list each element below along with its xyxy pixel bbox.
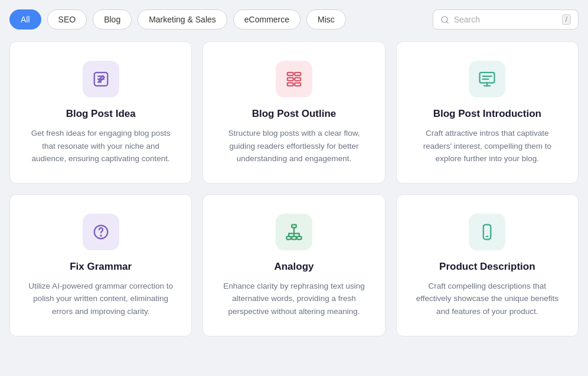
- card-blog-post-outline[interactable]: Blog Post Outline Structure blog posts w…: [202, 41, 385, 184]
- card-desc-blog-post-outline: Structure blog posts with a clear flow, …: [220, 127, 368, 165]
- svg-line-1: [446, 21, 448, 23]
- card-icon-analogy: [276, 214, 312, 250]
- filter-btn-blog[interactable]: Blog: [93, 9, 132, 30]
- card-icon-product-description: [469, 214, 505, 250]
- card-title-product-description: Product Description: [439, 261, 535, 273]
- svg-rect-4: [295, 73, 300, 76]
- card-fix-grammar[interactable]: Fix Grammar Utilize AI-powered grammar c…: [9, 194, 192, 336]
- card-desc-analogy: Enhance clarity by rephrasing text using…: [220, 280, 368, 318]
- card-blog-post-introduction[interactable]: Blog Post Introduction Craft attractive …: [396, 41, 579, 184]
- card-icon-fix-grammar: [83, 214, 119, 250]
- card-icon-blog-post-idea: [83, 61, 119, 97]
- svg-rect-5: [288, 78, 293, 81]
- svg-rect-3: [288, 73, 293, 76]
- card-blog-post-idea[interactable]: Blog Post Idea Get fresh ideas for engag…: [9, 41, 192, 184]
- search-container: /: [433, 9, 579, 30]
- card-desc-blog-post-idea: Get fresh ideas for engaging blog posts …: [27, 127, 175, 165]
- card-title-fix-grammar: Fix Grammar: [70, 261, 132, 273]
- filter-btn-all[interactable]: All: [9, 9, 41, 30]
- cards-grid: Blog Post Idea Get fresh ideas for engag…: [9, 41, 579, 336]
- svg-rect-8: [295, 83, 300, 86]
- card-desc-product-description: Craft compelling descriptions that effec…: [413, 280, 561, 318]
- filter-buttons: AllSEOBlogMarketing & SaleseCommerceMisc: [9, 9, 346, 30]
- filter-bar: AllSEOBlogMarketing & SaleseCommerceMisc…: [9, 9, 579, 30]
- card-desc-fix-grammar: Utilize AI-powered grammar correction to…: [27, 280, 175, 318]
- card-title-blog-post-outline: Blog Post Outline: [252, 108, 337, 120]
- svg-rect-6: [295, 78, 300, 81]
- card-title-blog-post-idea: Blog Post Idea: [66, 108, 136, 120]
- search-input[interactable]: [454, 15, 557, 24]
- card-icon-blog-post-introduction: [469, 61, 505, 97]
- card-icon-blog-post-outline: [276, 61, 312, 97]
- filter-btn-ecommerce[interactable]: eCommerce: [233, 9, 300, 30]
- filter-btn-marketing[interactable]: Marketing & Sales: [138, 9, 227, 30]
- filter-btn-misc[interactable]: Misc: [306, 9, 346, 30]
- svg-point-15: [100, 235, 101, 236]
- search-shortcut: /: [562, 14, 571, 25]
- search-icon: [440, 15, 449, 24]
- card-title-blog-post-introduction: Blog Post Introduction: [433, 108, 541, 120]
- card-analogy[interactable]: Analogy Enhance clarity by rephrasing te…: [202, 194, 385, 336]
- card-product-description[interactable]: Product Description Craft compelling des…: [396, 194, 579, 336]
- card-desc-blog-post-introduction: Craft attractive intros that captivate r…: [413, 127, 561, 165]
- card-title-analogy: Analogy: [274, 261, 313, 273]
- svg-rect-7: [288, 83, 293, 86]
- svg-rect-25: [484, 224, 491, 239]
- svg-rect-9: [480, 73, 495, 83]
- filter-btn-seo[interactable]: SEO: [47, 9, 87, 30]
